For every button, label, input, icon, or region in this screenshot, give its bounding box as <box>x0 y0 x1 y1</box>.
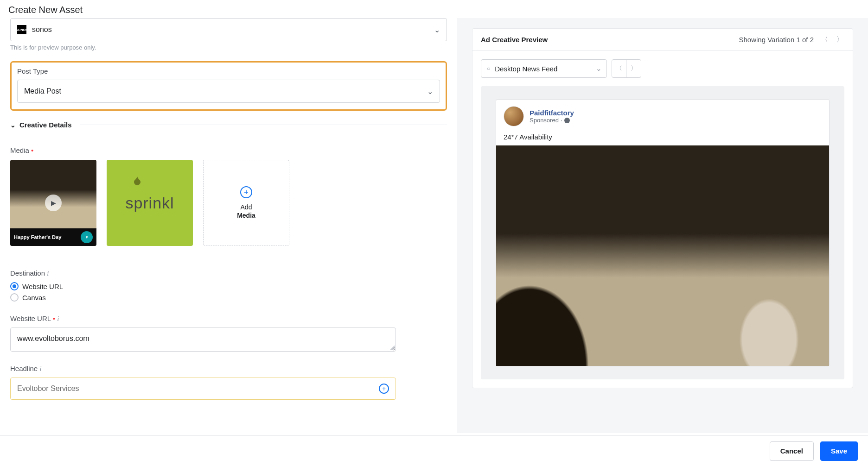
dot-icon: ○ <box>487 65 490 72</box>
chevron-down-icon: ⌄ <box>434 25 440 34</box>
add-media-button[interactable]: + Add Media <box>203 160 289 246</box>
plus-circle-icon: + <box>240 186 252 198</box>
destination-website-label: Website URL <box>22 283 63 290</box>
sprinklr-logo-text: sprinkl <box>125 194 174 212</box>
required-icon: • <box>53 315 55 322</box>
placement-value: Desktop News Feed <box>495 65 557 73</box>
fb-hero-image <box>496 145 829 366</box>
headline-input[interactable]: Evoltobor Services + <box>10 378 396 400</box>
fb-sponsored-line: Sponsored · <box>530 117 574 124</box>
variation-text: Showing Variation 1 of 2 <box>739 36 814 44</box>
info-icon: i <box>39 365 41 372</box>
chevron-down-icon: ⌄ <box>427 87 433 96</box>
globe-icon <box>564 118 570 123</box>
fb-primary-text: 24*7 Availability <box>496 133 829 145</box>
radio-icon <box>10 282 19 290</box>
post-type-value: Media Post <box>24 87 61 95</box>
page-title: Create New Asset <box>0 0 868 18</box>
website-url-value: www.evoltoborus.com <box>17 334 89 342</box>
variation-prev-button[interactable]: 〈 <box>820 35 829 44</box>
account-select[interactable]: SONOS sonos ⌄ <box>10 18 447 41</box>
media-thumb-video[interactable]: ▶ Happy Father's Day P <box>10 160 96 246</box>
info-icon: i <box>57 315 59 322</box>
post-type-select[interactable]: Media Post ⌄ <box>17 80 440 103</box>
placement-select[interactable]: ○ Desktop News Feed ⌄ <box>481 59 607 78</box>
add-media-line2: Media <box>237 212 255 219</box>
website-url-input[interactable]: www.evoltoborus.com <box>10 327 396 352</box>
required-icon: • <box>31 146 33 154</box>
media-label: Media • <box>10 146 447 154</box>
placement-pager: 〈 〉 <box>612 59 641 78</box>
chevron-down-icon: ⌄ <box>596 64 602 73</box>
creative-details-toggle[interactable]: ⌄ Creative Details <box>10 121 447 129</box>
leaf-icon <box>131 176 144 189</box>
placement-next-button[interactable]: 〉 <box>627 60 641 77</box>
brand-badge-icon: P <box>81 231 93 243</box>
plus-circle-icon[interactable]: + <box>379 384 389 394</box>
headline-label: Headline i <box>10 365 447 373</box>
post-type-highlight-frame: Post Type Media Post ⌄ <box>10 61 447 111</box>
preview-title: Ad Creative Preview <box>481 36 548 44</box>
fb-page-name[interactable]: Paidfitfactory <box>530 109 574 117</box>
destination-radio-website[interactable]: Website URL <box>10 282 447 290</box>
brand-logo-icon: SONOS <box>17 25 26 34</box>
radio-icon <box>10 293 19 302</box>
resize-handle-icon[interactable] <box>390 346 395 350</box>
divider <box>80 125 447 125</box>
footer-bar: Cancel Save <box>0 435 868 466</box>
preview-panel: Ad Creative Preview Showing Variation 1 … <box>472 28 853 388</box>
creative-details-title: Creative Details <box>19 121 72 129</box>
destination-label: Destination i <box>10 269 447 277</box>
variation-next-button[interactable]: 〉 <box>836 35 844 44</box>
post-type-label: Post Type <box>17 67 440 75</box>
add-media-line1: Add <box>241 203 252 211</box>
save-button[interactable]: Save <box>820 441 858 461</box>
play-icon: ▶ <box>45 195 62 211</box>
account-helper-text: This is for preview purpose only. <box>10 44 447 51</box>
fb-post-preview: Paidfitfactory Sponsored · 24*7 Availabi… <box>496 99 830 366</box>
placement-prev-button[interactable]: 〈 <box>612 60 627 77</box>
media-thumb-image[interactable]: sprinkl <box>107 160 193 246</box>
account-name: sonos <box>32 25 52 34</box>
website-url-label: Website URL • i <box>10 315 447 323</box>
headline-value: Evoltobor Services <box>17 384 79 393</box>
destination-canvas-label: Canvas <box>22 294 46 302</box>
avatar-icon <box>504 106 524 126</box>
info-icon: i <box>47 270 49 277</box>
chevron-down-icon: ⌄ <box>10 121 16 129</box>
destination-radio-canvas[interactable]: Canvas <box>10 293 447 302</box>
cancel-button[interactable]: Cancel <box>770 441 814 461</box>
media-thumb-caption: Happy Father's Day <box>14 234 61 240</box>
